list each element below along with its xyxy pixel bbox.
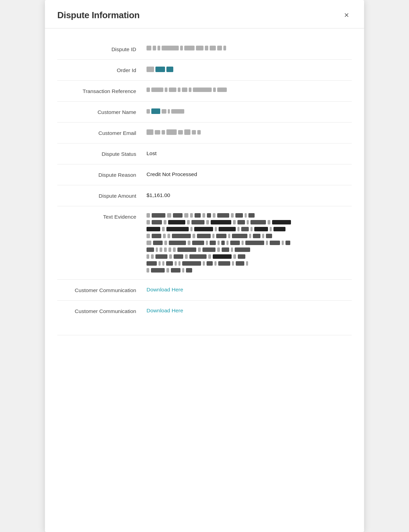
ev-block bbox=[228, 234, 230, 238]
dispute-amount-value: $1,161.00 bbox=[147, 192, 352, 198]
redact-block bbox=[151, 108, 160, 114]
redact-block bbox=[196, 46, 203, 50]
ev-block bbox=[270, 241, 280, 245]
ev-block bbox=[248, 213, 255, 218]
ev-block bbox=[249, 234, 251, 238]
ev-block bbox=[282, 241, 284, 245]
ev-block bbox=[285, 241, 290, 245]
ev-block bbox=[232, 261, 234, 266]
ev-block bbox=[266, 241, 268, 245]
ev-block bbox=[210, 241, 216, 245]
ev-block bbox=[169, 254, 172, 259]
redact-block bbox=[213, 88, 216, 92]
ev-block bbox=[245, 241, 264, 245]
ev-block bbox=[218, 261, 230, 266]
ev-block bbox=[175, 261, 177, 266]
ev-block bbox=[250, 227, 253, 231]
evidence-line bbox=[147, 241, 352, 245]
ev-block bbox=[238, 254, 245, 259]
text-evidence-block bbox=[147, 213, 352, 273]
dispute-reason-value: Credit Not Processed bbox=[147, 171, 352, 177]
customer-name-label: Customer Name bbox=[57, 108, 147, 115]
ev-block bbox=[242, 241, 244, 245]
redact-block bbox=[184, 46, 195, 50]
ev-block bbox=[167, 234, 170, 238]
ev-block bbox=[241, 227, 249, 231]
redact-block bbox=[223, 46, 226, 50]
evidence-line bbox=[147, 261, 352, 266]
redact-block bbox=[178, 88, 180, 92]
transaction-reference-row: Transaction Reference bbox=[57, 81, 352, 101]
ev-block bbox=[168, 247, 171, 252]
order-id-value bbox=[147, 67, 352, 72]
ev-block bbox=[266, 234, 272, 238]
evidence-line bbox=[147, 234, 352, 238]
ev-block bbox=[162, 227, 165, 231]
ev-block bbox=[270, 227, 272, 231]
close-button[interactable]: × bbox=[341, 10, 352, 21]
customer-communication-row-2: Customer Communication Download Here bbox=[57, 301, 352, 321]
redact-block bbox=[162, 130, 165, 135]
ev-block bbox=[272, 220, 291, 224]
redact-block bbox=[166, 129, 177, 135]
ev-block bbox=[172, 234, 191, 238]
ev-block bbox=[190, 227, 192, 231]
ev-block bbox=[203, 261, 205, 266]
redact-block bbox=[153, 46, 156, 50]
ev-block bbox=[231, 213, 234, 218]
redact-block bbox=[171, 109, 184, 114]
ev-block bbox=[152, 220, 162, 224]
evidence-line bbox=[147, 247, 352, 252]
customer-communication-link-value-1: Download Here bbox=[147, 287, 352, 293]
order-id-row: Order Id bbox=[57, 60, 352, 80]
redact-block bbox=[197, 130, 201, 135]
customer-name-value bbox=[147, 108, 352, 114]
dispute-id-value bbox=[147, 46, 352, 50]
dispute-reason-label: Dispute Reason bbox=[57, 171, 147, 178]
ev-block bbox=[147, 247, 154, 252]
ev-block bbox=[178, 261, 180, 266]
ev-block bbox=[164, 220, 166, 224]
redact-block bbox=[162, 109, 166, 114]
ev-block bbox=[218, 241, 220, 245]
redact-block bbox=[193, 88, 212, 92]
redact-block bbox=[165, 88, 167, 92]
ev-block bbox=[213, 213, 215, 218]
ev-block bbox=[253, 234, 260, 238]
ev-block bbox=[250, 220, 266, 224]
ev-block bbox=[222, 247, 229, 252]
customer-communication-row-1: Customer Communication Download Here bbox=[57, 280, 352, 300]
redact-block bbox=[147, 46, 151, 50]
ev-block bbox=[147, 268, 149, 273]
dispute-information-modal: Dispute Information × Dispute ID bbox=[45, 0, 364, 532]
ev-block bbox=[177, 247, 196, 252]
dispute-amount-label: Dispute Amount bbox=[57, 192, 147, 199]
ev-block bbox=[254, 227, 268, 231]
ev-block bbox=[233, 220, 236, 224]
transaction-reference-value bbox=[147, 88, 352, 92]
ev-block bbox=[207, 213, 211, 218]
customer-communication-label-2: Customer Communication bbox=[57, 308, 147, 314]
ev-block bbox=[153, 241, 163, 245]
text-evidence-label: Text Evidence bbox=[57, 213, 147, 220]
ev-block bbox=[152, 213, 165, 218]
ev-block bbox=[163, 234, 166, 238]
ev-block bbox=[273, 227, 285, 231]
ev-block bbox=[195, 213, 201, 218]
evidence-line bbox=[147, 254, 352, 259]
ev-block bbox=[194, 227, 213, 231]
ev-block bbox=[208, 254, 211, 259]
ev-block bbox=[211, 220, 231, 224]
ev-block bbox=[202, 213, 205, 218]
ev-block bbox=[174, 254, 183, 259]
redact-block bbox=[180, 46, 183, 50]
divider bbox=[57, 335, 352, 335]
download-here-link-2[interactable]: Download Here bbox=[147, 308, 183, 313]
redact-block bbox=[178, 130, 183, 135]
ev-block bbox=[268, 220, 270, 224]
redact-block bbox=[210, 46, 216, 50]
download-here-link-1[interactable]: Download Here bbox=[147, 287, 183, 292]
customer-email-label: Customer Email bbox=[57, 129, 147, 136]
redact-block bbox=[192, 130, 196, 135]
evidence-line bbox=[147, 220, 352, 224]
